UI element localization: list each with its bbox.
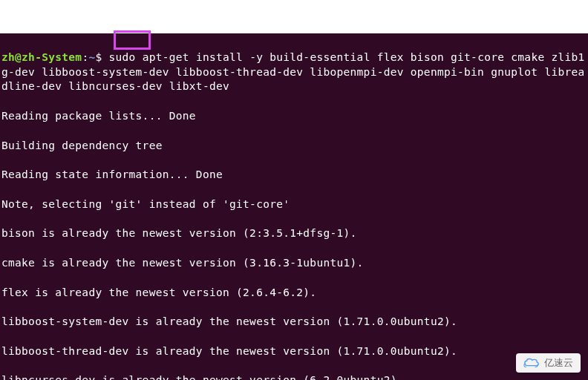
- watermark: 亿速云: [516, 353, 581, 373]
- output-line: flex is already the newest version (2.6.…: [1, 286, 588, 301]
- watermark-text: 亿速云: [544, 356, 573, 370]
- terminal-content: zh@zh-System:~$ sudo apt-get install -y …: [1, 36, 588, 380]
- whitespace-top: [0, 0, 588, 33]
- output-line: Note, selecting 'git' instead of 'git-co…: [1, 197, 588, 212]
- user: zh: [1, 51, 15, 63]
- sudo-text: sudo: [109, 51, 136, 63]
- output-line: libboost-system-dev is already the newes…: [1, 315, 588, 330]
- output-line: Reading package lists... Done: [1, 109, 588, 124]
- output-line: Building dependency tree: [1, 139, 588, 154]
- output-line: Reading state information... Done: [1, 168, 588, 183]
- output-line: libncurses-dev is already the newest ver…: [1, 373, 588, 380]
- output-line: cmake is already the newest version (3.1…: [1, 256, 588, 271]
- terminal-window[interactable]: zh@zh-System:~$ sudo apt-get install -y …: [0, 33, 588, 380]
- output-line: libboost-thread-dev is already the newes…: [1, 344, 588, 359]
- output-line: bison is already the newest version (2:3…: [1, 226, 588, 241]
- prompt-line-1: zh@zh-System:~$ sudo apt-get install -y …: [1, 50, 588, 94]
- hostname: zh-System: [22, 51, 82, 63]
- cloud-icon: [523, 357, 540, 369]
